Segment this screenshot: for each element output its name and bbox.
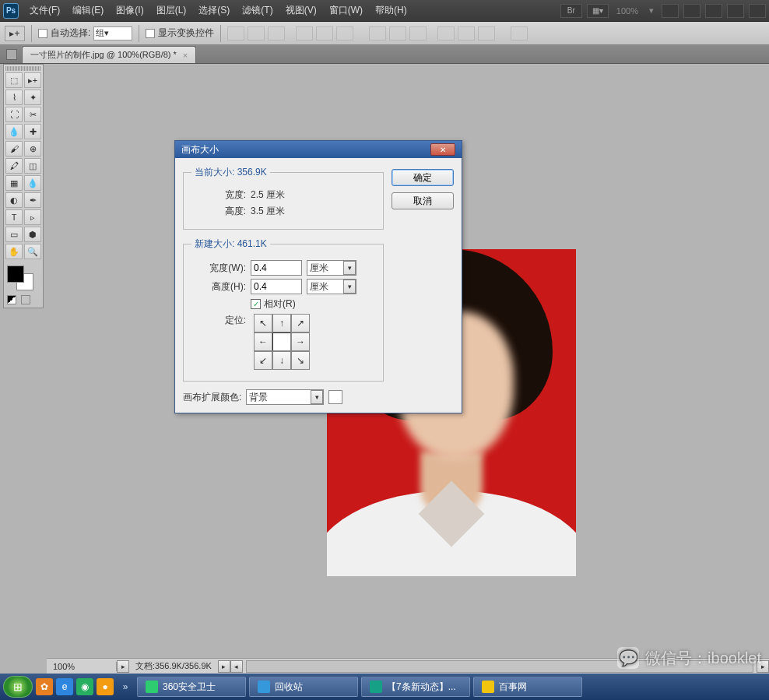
menu-window[interactable]: 窗口(W) xyxy=(323,1,369,20)
anchor-sw[interactable]: ↙ xyxy=(254,351,272,370)
extend-color-dropdown[interactable]: 背景▾ xyxy=(246,389,324,405)
blur-tool[interactable]: 💧 xyxy=(24,175,41,191)
tray-icon[interactable]: ● xyxy=(97,678,114,695)
zoom-tool[interactable]: 🔍 xyxy=(24,244,41,259)
eraser-tool[interactable]: ◫ xyxy=(24,158,41,174)
menu-layer[interactable]: 图层(L) xyxy=(150,1,193,20)
scroll-left-icon[interactable]: ◂ xyxy=(230,660,243,673)
align-icon[interactable] xyxy=(268,26,285,40)
distribute-icon[interactable] xyxy=(409,26,427,40)
cancel-button[interactable]: 取消 xyxy=(392,192,454,209)
new-width-input[interactable] xyxy=(251,260,302,276)
anchor-s[interactable]: ↓ xyxy=(272,351,291,370)
dialog-titlebar[interactable]: 画布大小 ✕ xyxy=(175,141,462,158)
slice-tool[interactable]: ✂ xyxy=(24,107,41,122)
anchor-ne[interactable]: ↗ xyxy=(291,314,310,332)
anchor-w[interactable]: ← xyxy=(254,332,272,351)
foreground-color[interactable] xyxy=(7,266,24,283)
menu-help[interactable]: 帮助(H) xyxy=(369,1,413,20)
info-arrow-icon[interactable]: ▸ xyxy=(218,660,230,673)
anchor-e[interactable]: → xyxy=(291,332,310,351)
arrange-icon[interactable] xyxy=(727,4,744,18)
close-button[interactable]: ✕ xyxy=(430,143,455,156)
brush-tool[interactable]: 🖌 xyxy=(5,141,23,157)
align-icon[interactable] xyxy=(336,26,353,40)
distribute-icon[interactable] xyxy=(478,26,495,40)
filmstrip-icon[interactable]: ▦▾ xyxy=(587,4,609,18)
menu-select[interactable]: 选择(S) xyxy=(192,1,236,20)
marquee-tool[interactable]: ⬚ xyxy=(5,72,23,88)
menu-view[interactable]: 视图(V) xyxy=(279,1,323,20)
toolbox-grip[interactable] xyxy=(5,66,41,71)
task-button[interactable]: 360安全卫士 xyxy=(137,677,246,697)
ok-button[interactable]: 确定 xyxy=(392,169,454,186)
path-tool[interactable]: ▹ xyxy=(24,209,41,225)
align-icon[interactable] xyxy=(316,26,333,40)
pen-tool[interactable]: ✒ xyxy=(24,192,41,208)
distribute-icon[interactable] xyxy=(369,26,386,40)
stamp-tool[interactable]: ⊕ xyxy=(24,141,41,157)
anchor-se[interactable]: ↘ xyxy=(291,351,310,370)
anchor-center[interactable] xyxy=(272,332,291,351)
autoalign-icon[interactable] xyxy=(511,26,528,40)
relative-checkbox[interactable]: ✓ xyxy=(251,299,261,309)
task-button[interactable]: 百事网 xyxy=(473,677,582,697)
3d-tool[interactable]: ⬢ xyxy=(24,227,41,242)
close-icon[interactable]: × xyxy=(183,51,188,60)
align-icon[interactable] xyxy=(248,26,265,40)
start-button[interactable]: ⊞ xyxy=(3,676,33,698)
menu-file[interactable]: 文件(F) xyxy=(23,1,66,20)
lasso-tool[interactable]: ⌇ xyxy=(5,90,23,105)
zoom-arrow-icon[interactable]: ▸ xyxy=(117,660,129,673)
rotate-icon[interactable] xyxy=(705,4,722,18)
ie-icon[interactable]: e xyxy=(56,678,73,695)
autoselect-dropdown[interactable]: 组▾ xyxy=(93,26,132,40)
hand-tool[interactable]: ✋ xyxy=(5,244,23,259)
heal-tool[interactable]: ✚ xyxy=(24,124,41,139)
anchor-nw[interactable]: ↖ xyxy=(254,314,272,332)
distribute-icon[interactable] xyxy=(437,26,455,40)
zoom-icon[interactable] xyxy=(683,4,701,18)
distribute-icon[interactable] xyxy=(458,26,475,40)
document-tab[interactable]: 一寸照片的制作.jpg @ 100%(RGB/8) * × xyxy=(22,46,196,63)
extend-color-swatch[interactable] xyxy=(328,390,342,404)
history-brush-tool[interactable]: 🖍 xyxy=(5,158,23,174)
width-unit-dropdown[interactable]: 厘米▾ xyxy=(307,260,356,276)
menu-filter[interactable]: 滤镜(T) xyxy=(236,1,279,20)
zoom-input[interactable]: 100% xyxy=(47,662,117,671)
bridge-icon[interactable]: Br xyxy=(560,4,582,18)
anchor-n[interactable]: ↑ xyxy=(272,314,291,332)
shape-tool[interactable]: ▭ xyxy=(5,227,23,242)
tab-thumb-icon[interactable] xyxy=(6,49,17,60)
distribute-icon[interactable] xyxy=(389,26,406,40)
dodge-tool[interactable]: ◐ xyxy=(5,192,23,208)
move-tool-icon[interactable]: ▸+ xyxy=(5,26,25,41)
new-size-legend: 新建大小: 461.1K xyxy=(191,237,270,251)
gradient-tool[interactable]: ▦ xyxy=(5,175,23,191)
move-tool[interactable]: ▸+ xyxy=(24,72,41,88)
wand-tool[interactable]: ✦ xyxy=(24,90,41,105)
showtransform-checkbox[interactable] xyxy=(146,29,155,38)
tray-icon[interactable]: ✿ xyxy=(36,678,53,695)
eyedropper-tool[interactable]: 💧 xyxy=(5,124,23,139)
task-button[interactable]: 回收站 xyxy=(249,677,358,697)
task-button[interactable]: 【7条新动态】... xyxy=(361,677,470,697)
height-unit-dropdown[interactable]: 厘米▾ xyxy=(307,279,356,294)
align-icon[interactable] xyxy=(227,26,244,40)
align-icon[interactable] xyxy=(296,26,313,40)
menu-image[interactable]: 图像(I) xyxy=(110,1,149,20)
chevron-icon[interactable]: » xyxy=(117,678,134,695)
screenmode-icon[interactable] xyxy=(749,4,766,18)
zoom-label[interactable]: 100% xyxy=(613,6,641,16)
crop-tool[interactable]: ⛶ xyxy=(5,107,23,122)
new-height-input[interactable] xyxy=(251,279,302,294)
swap-colors-icon[interactable] xyxy=(21,295,30,304)
hand-icon[interactable] xyxy=(662,4,679,18)
type-tool[interactable]: T xyxy=(5,209,23,225)
tray-icon[interactable]: ◉ xyxy=(76,678,93,695)
default-colors-icon[interactable] xyxy=(7,295,16,304)
autoselect-checkbox[interactable] xyxy=(38,29,47,38)
showtransform-label: 显示变换控件 xyxy=(158,26,214,40)
menu-edit[interactable]: 编辑(E) xyxy=(66,1,110,20)
zoom-arrow-icon[interactable]: ▾ xyxy=(646,5,657,16)
